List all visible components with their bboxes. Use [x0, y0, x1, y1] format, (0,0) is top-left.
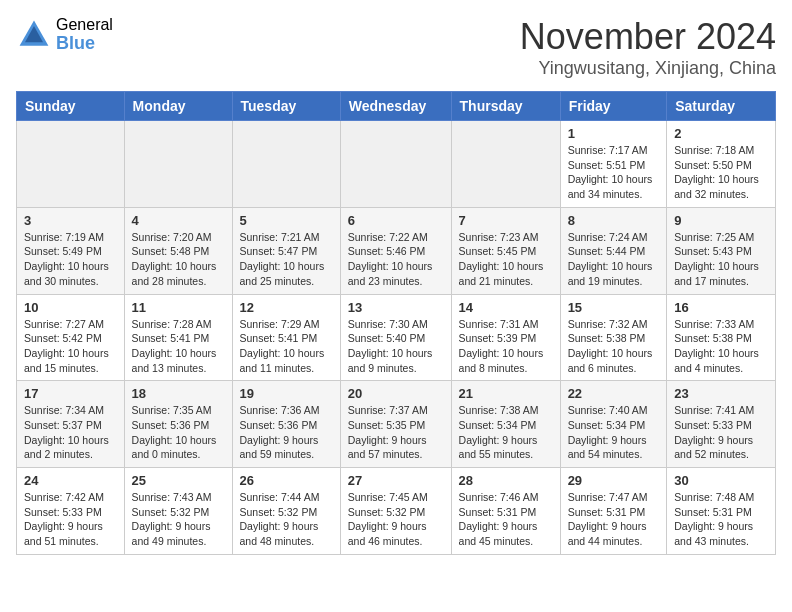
day-info: Sunrise: 7:32 AMSunset: 5:38 PMDaylight:… — [568, 317, 660, 376]
day-info: Sunrise: 7:34 AMSunset: 5:37 PMDaylight:… — [24, 403, 117, 462]
header: General Blue November 2024 Yingwusitang,… — [16, 16, 776, 79]
day-number: 20 — [348, 386, 444, 401]
day-info: Sunrise: 7:46 AMSunset: 5:31 PMDaylight:… — [459, 490, 553, 549]
day-number: 26 — [240, 473, 333, 488]
logo: General Blue — [16, 16, 113, 53]
day-number: 27 — [348, 473, 444, 488]
day-info: Sunrise: 7:24 AMSunset: 5:44 PMDaylight:… — [568, 230, 660, 289]
day-number: 30 — [674, 473, 768, 488]
day-number: 29 — [568, 473, 660, 488]
day-info: Sunrise: 7:25 AMSunset: 5:43 PMDaylight:… — [674, 230, 768, 289]
calendar-day: 8Sunrise: 7:24 AMSunset: 5:44 PMDaylight… — [560, 207, 667, 294]
day-info: Sunrise: 7:30 AMSunset: 5:40 PMDaylight:… — [348, 317, 444, 376]
day-number: 17 — [24, 386, 117, 401]
calendar-day: 29Sunrise: 7:47 AMSunset: 5:31 PMDayligh… — [560, 468, 667, 555]
calendar-day: 22Sunrise: 7:40 AMSunset: 5:34 PMDayligh… — [560, 381, 667, 468]
day-info: Sunrise: 7:42 AMSunset: 5:33 PMDaylight:… — [24, 490, 117, 549]
calendar-day — [232, 121, 340, 208]
logo-general: General — [56, 16, 113, 34]
day-info: Sunrise: 7:45 AMSunset: 5:32 PMDaylight:… — [348, 490, 444, 549]
day-info: Sunrise: 7:44 AMSunset: 5:32 PMDaylight:… — [240, 490, 333, 549]
day-number: 28 — [459, 473, 553, 488]
header-monday: Monday — [124, 92, 232, 121]
calendar-day: 11Sunrise: 7:28 AMSunset: 5:41 PMDayligh… — [124, 294, 232, 381]
day-info: Sunrise: 7:29 AMSunset: 5:41 PMDaylight:… — [240, 317, 333, 376]
day-info: Sunrise: 7:18 AMSunset: 5:50 PMDaylight:… — [674, 143, 768, 202]
day-info: Sunrise: 7:31 AMSunset: 5:39 PMDaylight:… — [459, 317, 553, 376]
day-info: Sunrise: 7:27 AMSunset: 5:42 PMDaylight:… — [24, 317, 117, 376]
calendar-day: 9Sunrise: 7:25 AMSunset: 5:43 PMDaylight… — [667, 207, 776, 294]
day-number: 18 — [132, 386, 225, 401]
calendar-day: 13Sunrise: 7:30 AMSunset: 5:40 PMDayligh… — [340, 294, 451, 381]
day-number: 2 — [674, 126, 768, 141]
day-number: 23 — [674, 386, 768, 401]
day-number: 15 — [568, 300, 660, 315]
day-number: 5 — [240, 213, 333, 228]
day-number: 10 — [24, 300, 117, 315]
day-info: Sunrise: 7:35 AMSunset: 5:36 PMDaylight:… — [132, 403, 225, 462]
calendar-day: 12Sunrise: 7:29 AMSunset: 5:41 PMDayligh… — [232, 294, 340, 381]
calendar-day: 16Sunrise: 7:33 AMSunset: 5:38 PMDayligh… — [667, 294, 776, 381]
day-info: Sunrise: 7:48 AMSunset: 5:31 PMDaylight:… — [674, 490, 768, 549]
day-info: Sunrise: 7:19 AMSunset: 5:49 PMDaylight:… — [24, 230, 117, 289]
day-number: 22 — [568, 386, 660, 401]
day-info: Sunrise: 7:17 AMSunset: 5:51 PMDaylight:… — [568, 143, 660, 202]
day-info: Sunrise: 7:28 AMSunset: 5:41 PMDaylight:… — [132, 317, 225, 376]
location-title: Yingwusitang, Xinjiang, China — [520, 58, 776, 79]
calendar-day — [17, 121, 125, 208]
calendar-day — [451, 121, 560, 208]
day-number: 7 — [459, 213, 553, 228]
day-number: 21 — [459, 386, 553, 401]
day-number: 11 — [132, 300, 225, 315]
title-area: November 2024 Yingwusitang, Xinjiang, Ch… — [520, 16, 776, 79]
day-number: 14 — [459, 300, 553, 315]
calendar-day: 4Sunrise: 7:20 AMSunset: 5:48 PMDaylight… — [124, 207, 232, 294]
calendar: Sunday Monday Tuesday Wednesday Thursday… — [16, 91, 776, 555]
calendar-day: 30Sunrise: 7:48 AMSunset: 5:31 PMDayligh… — [667, 468, 776, 555]
logo-text: General Blue — [56, 16, 113, 53]
calendar-day: 2Sunrise: 7:18 AMSunset: 5:50 PMDaylight… — [667, 121, 776, 208]
header-sunday: Sunday — [17, 92, 125, 121]
month-title: November 2024 — [520, 16, 776, 58]
header-saturday: Saturday — [667, 92, 776, 121]
day-number: 1 — [568, 126, 660, 141]
calendar-day: 18Sunrise: 7:35 AMSunset: 5:36 PMDayligh… — [124, 381, 232, 468]
calendar-day: 27Sunrise: 7:45 AMSunset: 5:32 PMDayligh… — [340, 468, 451, 555]
calendar-day: 3Sunrise: 7:19 AMSunset: 5:49 PMDaylight… — [17, 207, 125, 294]
day-info: Sunrise: 7:38 AMSunset: 5:34 PMDaylight:… — [459, 403, 553, 462]
day-number: 8 — [568, 213, 660, 228]
calendar-week-2: 3Sunrise: 7:19 AMSunset: 5:49 PMDaylight… — [17, 207, 776, 294]
header-tuesday: Tuesday — [232, 92, 340, 121]
calendar-day: 28Sunrise: 7:46 AMSunset: 5:31 PMDayligh… — [451, 468, 560, 555]
calendar-week-4: 17Sunrise: 7:34 AMSunset: 5:37 PMDayligh… — [17, 381, 776, 468]
day-info: Sunrise: 7:23 AMSunset: 5:45 PMDaylight:… — [459, 230, 553, 289]
day-number: 25 — [132, 473, 225, 488]
calendar-day: 17Sunrise: 7:34 AMSunset: 5:37 PMDayligh… — [17, 381, 125, 468]
day-number: 6 — [348, 213, 444, 228]
calendar-day: 23Sunrise: 7:41 AMSunset: 5:33 PMDayligh… — [667, 381, 776, 468]
calendar-day: 21Sunrise: 7:38 AMSunset: 5:34 PMDayligh… — [451, 381, 560, 468]
calendar-day: 10Sunrise: 7:27 AMSunset: 5:42 PMDayligh… — [17, 294, 125, 381]
calendar-week-3: 10Sunrise: 7:27 AMSunset: 5:42 PMDayligh… — [17, 294, 776, 381]
calendar-day — [340, 121, 451, 208]
day-number: 4 — [132, 213, 225, 228]
logo-blue: Blue — [56, 34, 113, 54]
day-info: Sunrise: 7:36 AMSunset: 5:36 PMDaylight:… — [240, 403, 333, 462]
calendar-header-row: Sunday Monday Tuesday Wednesday Thursday… — [17, 92, 776, 121]
calendar-day: 1Sunrise: 7:17 AMSunset: 5:51 PMDaylight… — [560, 121, 667, 208]
header-wednesday: Wednesday — [340, 92, 451, 121]
calendar-day: 7Sunrise: 7:23 AMSunset: 5:45 PMDaylight… — [451, 207, 560, 294]
day-info: Sunrise: 7:20 AMSunset: 5:48 PMDaylight:… — [132, 230, 225, 289]
day-info: Sunrise: 7:43 AMSunset: 5:32 PMDaylight:… — [132, 490, 225, 549]
day-number: 9 — [674, 213, 768, 228]
day-number: 12 — [240, 300, 333, 315]
calendar-week-5: 24Sunrise: 7:42 AMSunset: 5:33 PMDayligh… — [17, 468, 776, 555]
day-number: 24 — [24, 473, 117, 488]
day-info: Sunrise: 7:47 AMSunset: 5:31 PMDaylight:… — [568, 490, 660, 549]
calendar-day: 25Sunrise: 7:43 AMSunset: 5:32 PMDayligh… — [124, 468, 232, 555]
day-number: 3 — [24, 213, 117, 228]
header-friday: Friday — [560, 92, 667, 121]
calendar-day: 19Sunrise: 7:36 AMSunset: 5:36 PMDayligh… — [232, 381, 340, 468]
calendar-week-1: 1Sunrise: 7:17 AMSunset: 5:51 PMDaylight… — [17, 121, 776, 208]
calendar-day: 5Sunrise: 7:21 AMSunset: 5:47 PMDaylight… — [232, 207, 340, 294]
